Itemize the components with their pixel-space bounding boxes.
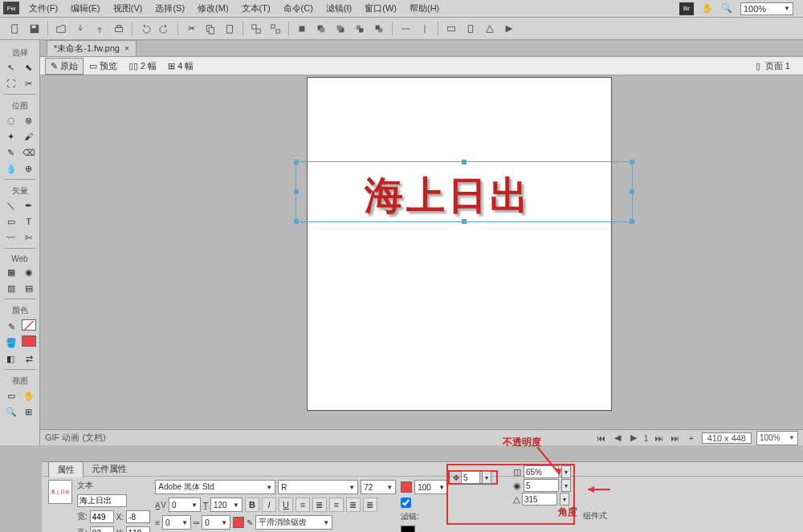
hand-icon[interactable]: ✋ [702,3,713,14]
menu-edit[interactable]: 编辑(E) [64,2,107,14]
import-icon[interactable] [71,20,89,38]
cut-icon[interactable]: ✂ [182,20,200,38]
stroke-picker-icon[interactable]: ✎ [3,319,19,334]
menu-modify[interactable]: 修改(M) [191,2,235,14]
underline-button[interactable]: U [279,497,293,512]
selection-box[interactable] [296,161,633,222]
canvas[interactable] [307,77,612,411]
offset-dropdown-icon[interactable]: ▾ [482,471,491,484]
arrange5-icon[interactable] [370,20,388,38]
bridge-button[interactable]: Br [679,2,694,15]
knife-tool-icon[interactable]: ✄ [21,230,37,245]
default-colors-icon[interactable]: ◧ [2,351,18,366]
screen-mode-icon[interactable]: ▭ [3,388,19,403]
handle-se[interactable] [630,219,634,224]
indent-input[interactable]: 0▼ [162,515,191,530]
antialias-select[interactable]: 平滑消除锯齿▼ [255,515,332,530]
search-icon[interactable]: 🔍 [721,3,732,14]
align2-icon[interactable] [416,20,434,38]
handle-sw[interactable] [294,219,299,224]
slice-tool-icon[interactable]: ▦ [3,265,19,279]
arrange3-icon[interactable] [332,20,349,38]
arrange2-icon[interactable] [312,20,330,38]
document-tab[interactable]: *未命名-1.fw.png × [47,40,137,56]
fill-picker-icon[interactable]: 🪣 [3,335,19,350]
undo-icon[interactable] [137,20,154,38]
fill-swatch[interactable] [22,335,36,347]
rotate2-icon[interactable] [462,20,479,38]
redo-icon[interactable] [156,20,173,38]
add-frame-icon[interactable]: + [686,433,697,443]
rect-tool-icon[interactable]: ▭ [3,214,19,229]
align-center-icon[interactable]: ≣ [312,497,327,512]
scale-tool-icon[interactable]: ⛶ [3,76,19,91]
status-zoom-select[interactable]: 100%▼ [756,431,798,445]
handle-ne[interactable] [630,160,634,164]
prev-page-icon[interactable]: ◀ [612,433,623,443]
object-name-input[interactable] [77,494,127,507]
arrange4-icon[interactable] [351,20,369,38]
wand-tool-icon[interactable]: ✦ [3,129,19,144]
menu-view[interactable]: 视图(V) [107,2,149,14]
stamp-tool-icon[interactable]: ⊕ [21,161,37,176]
new-icon[interactable] [6,20,24,38]
menu-select[interactable]: 选择(S) [149,2,191,14]
first-page-icon[interactable]: ⏮ [596,433,607,443]
arrange1-icon[interactable] [293,20,311,38]
blur-tool-icon[interactable]: 💧 [3,161,19,176]
brush-tool-icon[interactable]: 🖌 [21,129,37,144]
pen-tool-icon[interactable]: ✒ [21,198,37,213]
crop-tool-icon[interactable]: ✂ [21,76,37,91]
show-slice-icon[interactable]: ▤ [21,281,37,295]
print-icon[interactable] [110,20,128,38]
extra-tool-icon[interactable]: ⊞ [21,404,37,419]
page-icon[interactable]: ▯ [756,61,760,71]
stroke-swatch[interactable] [22,319,36,331]
lasso-tool-icon[interactable]: ⊗ [21,113,37,128]
handle-e[interactable] [630,189,634,194]
zoom-select[interactable]: 100%▼ [740,2,793,15]
pencil-tool-icon[interactable]: ✎ [3,145,19,160]
copy-icon[interactable] [202,20,219,38]
hide-slice-icon[interactable]: ▥ [3,281,19,295]
freeform-tool-icon[interactable]: 〰 [3,230,19,245]
ungroup-icon[interactable] [267,20,284,38]
text-tool-icon[interactable]: T [21,214,37,229]
canvas-viewport[interactable]: 海上日出 [40,75,803,429]
text-fill-swatch[interactable] [233,517,244,528]
effect-on-checkbox[interactable] [401,497,411,508]
font-family-select[interactable]: Adobe 黑体 Std▼ [155,480,275,494]
tab-component-props[interactable]: 元件属性 [84,461,135,477]
leading-input[interactable]: 120▼ [210,497,243,512]
softness-dropdown-icon[interactable]: ▾ [561,479,571,492]
italic-button[interactable]: I [262,497,276,512]
pointer-tool-icon[interactable]: ↖ [3,60,19,75]
font-style-select[interactable]: R▼ [278,480,358,494]
hand-tool-icon[interactable]: ✋ [21,388,37,403]
handle-s[interactable] [462,219,467,224]
opacity-select[interactable]: 100▼ [414,480,448,494]
effect-softness-input[interactable]: 5 [524,479,559,492]
flip-v-icon[interactable] [500,20,518,38]
menu-filters[interactable]: 滤镜(I) [320,2,358,14]
subselect-tool-icon[interactable]: ⬉ [21,60,37,75]
align-left-icon[interactable]: ≡ [296,497,310,512]
export-icon[interactable] [91,20,108,38]
menu-file[interactable]: 文件(F) [22,2,64,14]
y-input[interactable] [126,526,150,532]
rotate1-icon[interactable] [442,20,460,38]
align-stretch-icon[interactable]: ≣ [363,497,377,512]
view-2up-button[interactable]: ▯▯2 幅 [123,58,162,75]
swap-colors-icon[interactable]: ⇄ [21,351,37,366]
handle-n[interactable] [462,160,467,164]
align-right-icon[interactable]: ≡ [329,497,344,512]
hotspot-tool-icon[interactable]: ◉ [21,265,37,279]
effect-offset-input[interactable]: 5 [461,471,480,484]
flip-h-icon[interactable] [481,20,499,38]
open-icon[interactable] [52,20,70,38]
align-justify-icon[interactable]: ≣ [346,497,361,512]
handle-w[interactable] [294,189,299,194]
style-button-label[interactable]: 组件式 [583,510,607,522]
x-input[interactable] [126,510,150,523]
view-4up-button[interactable]: ⊞4 幅 [162,58,199,75]
